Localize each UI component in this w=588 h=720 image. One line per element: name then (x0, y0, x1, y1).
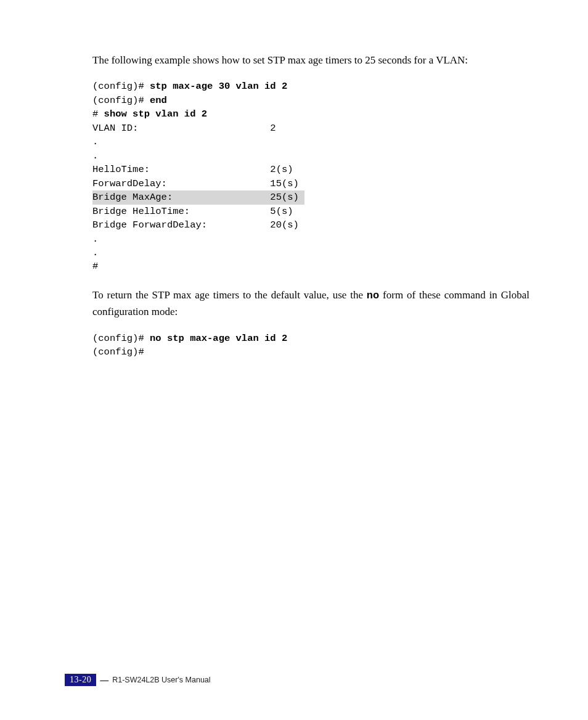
prompt: (config)# (92, 95, 150, 106)
prompt: (config)# (92, 333, 150, 344)
page-number-badge: 13-20 (65, 674, 96, 686)
footer-separator: — (100, 675, 108, 685)
inline-command: no (367, 290, 379, 301)
output-row: . (92, 232, 529, 246)
prompt: (config)# (92, 345, 529, 359)
command: end (150, 95, 167, 106)
command: stp max-age 30 vlan id 2 (150, 81, 287, 92)
output-row: Bridge ForwardDelay: 20(s) (92, 218, 529, 232)
intro-paragraph: The following example shows how to set S… (92, 52, 529, 68)
output-row: ForwardDelay: 15(s) (92, 177, 529, 190)
output-row: HelloTime: 2(s) (92, 163, 529, 176)
output-row: . (92, 135, 529, 149)
text-segment: To return the STP max age timers to the … (92, 289, 367, 301)
output-row: . (92, 246, 529, 260)
footer-manual-title: R1-SW24L2B User's Manual (112, 676, 210, 684)
page-footer: 13-20 — R1-SW24L2B User's Manual (65, 674, 211, 686)
command: no stp max-age vlan id 2 (150, 333, 287, 344)
highlighted-text: Bridge MaxAge: 25(s) (92, 190, 304, 204)
code-example-2: (config)# no stp max-age vlan id 2 (conf… (92, 332, 529, 359)
page-content: The following example shows how to set S… (0, 0, 588, 359)
prompt: # (92, 108, 104, 120)
output-row: # (92, 260, 529, 273)
output-row: . (92, 149, 529, 163)
code-example-1: (config)# stp max-age 30 vlan id 2 (conf… (92, 80, 529, 274)
prompt: (config)# (92, 81, 150, 92)
output-row-highlighted: Bridge MaxAge: 25(s) (92, 190, 529, 204)
return-paragraph: To return the STP max age timers to the … (92, 287, 529, 321)
output-row: Bridge HelloTime: 5(s) (92, 205, 529, 218)
command: show stp vlan id 2 (104, 108, 207, 120)
output-row: VLAN ID: 2 (92, 121, 529, 135)
